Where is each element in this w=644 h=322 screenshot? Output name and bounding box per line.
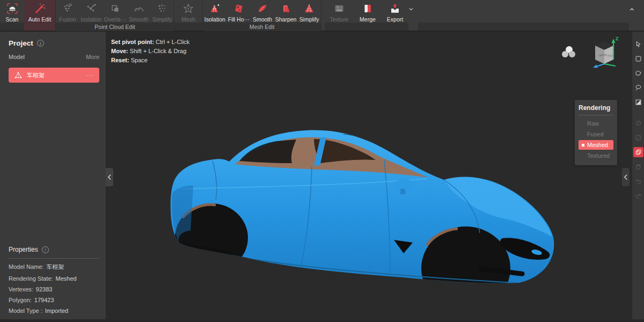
prop-label: Model Type : [9, 308, 42, 314]
rendering-option-fused[interactable]: Fused [579, 129, 613, 139]
export-button[interactable]: Export [382, 0, 408, 31]
mesh-smooth-label: Smooth [253, 16, 272, 23]
deselect-button[interactable] [633, 118, 643, 128]
property-row: Model Name:车框架 [9, 263, 99, 271]
undo-icon [634, 177, 642, 185]
properties-title: Properties [9, 246, 38, 253]
polygon-select-button[interactable] [633, 68, 643, 78]
mesh-isolation-label: Isolation [204, 16, 225, 23]
properties-panel: Properties i Model Name:车框架 Rendering St… [9, 246, 99, 314]
point-cloud-edit-group: Fusion Isolation [55, 0, 174, 31]
rendering-panel-title: Rendering [579, 104, 613, 115]
delete-icon [634, 163, 642, 171]
hint-key: Reset: [111, 57, 129, 63]
fusion-button[interactable]: Fusion [56, 0, 79, 23]
pc-isolation-label: Isolation [80, 16, 101, 23]
hint-line: Move: Shift + L-Click & Drag [111, 47, 189, 56]
hint-line: Set pivot point: Ctrl + L-Click [111, 38, 189, 47]
model-section-label: Model [9, 54, 25, 60]
point-cloud-edit-group-label: Point Cloud Edit [56, 23, 174, 31]
overlap-label: Overla··· [104, 16, 126, 23]
pc-isolation-button[interactable]: Isolation [79, 0, 104, 23]
collapse-ribbon-button[interactable] [629, 0, 644, 31]
polygon-select-icon [634, 69, 642, 77]
fusion-label: Fusion [59, 16, 76, 23]
view-cube-gizmo[interactable]: BACK LEFT Z [589, 36, 620, 69]
model-list-item[interactable]: 车框架 ··· [9, 68, 99, 83]
export-options-chevron[interactable] [408, 0, 418, 31]
mesh-star-icon [182, 2, 195, 15]
sharpen-label: Sharpen [275, 16, 297, 23]
delete-button[interactable] [633, 162, 643, 172]
collapse-left-panel-button[interactable] [106, 168, 113, 186]
point-cloud-sphere-icon[interactable] [562, 46, 576, 59]
duplicate-button[interactable] [633, 147, 643, 157]
rendering-option-raw[interactable]: Raw [579, 119, 613, 128]
mesh-button[interactable]: Mesh [174, 0, 202, 31]
auto-edit-button[interactable]: Auto Edit [24, 0, 55, 31]
rendering-option-textured[interactable]: Textured [579, 151, 613, 160]
prop-value: Meshed [56, 275, 77, 282]
cursor-select-icon [634, 40, 642, 48]
cursor-select-button[interactable] [633, 39, 643, 49]
prop-label: Polygon: [9, 297, 32, 303]
mesh-smooth-button[interactable]: Smooth [251, 0, 274, 23]
fill-holes-button[interactable]: Fill Ho··· [227, 0, 251, 23]
cube-face-left-label: LEFT [606, 54, 613, 57]
undo-button[interactable] [633, 176, 643, 186]
project-info-icon[interactable]: i [37, 40, 44, 47]
fill-holes-icon [232, 2, 245, 15]
hint-value: Space [129, 57, 148, 63]
hint-key: Set pivot point: [111, 39, 154, 45]
pen-edit-button[interactable] [633, 133, 643, 143]
rectangle-select-icon [634, 55, 642, 63]
mesh-isolation-button[interactable]: Isolation [203, 0, 227, 23]
scan-button[interactable]: Scan [0, 0, 24, 31]
merge-button[interactable]: Merge [354, 0, 382, 31]
deselect-icon [634, 119, 642, 127]
hint-value: Ctrl + L-Click [154, 39, 189, 45]
model-item-menu[interactable]: ··· [86, 71, 94, 79]
mesh-label: Mesh [181, 16, 195, 23]
chevron-left-icon [624, 174, 628, 180]
sharpen-square-icon [280, 2, 292, 15]
prop-value: 92383 [36, 286, 53, 292]
export-arrow-icon [389, 2, 401, 15]
prop-label: Model Name: [9, 264, 43, 270]
viewport-3d[interactable]: Set pivot point: Ctrl + L-Click Move: Sh… [106, 32, 632, 319]
mesh-triangle-icon [14, 71, 23, 79]
redo-icon [634, 192, 642, 200]
smooth-wedge-icon [256, 2, 269, 15]
redo-button[interactable] [633, 191, 643, 201]
pc-simplify-button[interactable]: Simplify [150, 0, 174, 23]
mesh-simplify-button[interactable]: Simplify [297, 0, 321, 23]
hint-key: Move: [111, 48, 128, 54]
simplify-dots-icon [156, 2, 169, 15]
option-label: Raw [587, 120, 599, 127]
chevron-left-icon [107, 174, 112, 180]
properties-info-icon[interactable]: i [42, 246, 49, 253]
scan-label: Scan [6, 16, 19, 23]
fusion-dots-icon [61, 2, 74, 15]
lasso-select-button[interactable] [633, 83, 643, 93]
more-button[interactable]: More [86, 54, 99, 60]
prop-label: Rendering State: [9, 275, 53, 282]
pc-smooth-button[interactable]: Smooth [127, 0, 151, 23]
invert-selection-button[interactable] [633, 97, 643, 107]
texture-button[interactable]: Texture [325, 0, 354, 31]
merge-split-icon [361, 2, 374, 15]
fill-holes-label: Fill Ho··· [228, 16, 250, 23]
sharpen-button[interactable]: Sharpen [274, 0, 298, 23]
project-sidebar: Project i Model More 车框架 ··· Properties … [0, 32, 106, 319]
ribbon-empty-space [418, 0, 629, 31]
prop-label: Vertexes: [9, 286, 33, 292]
rendering-option-meshed[interactable]: Meshed [579, 140, 613, 150]
rectangle-select-button[interactable] [633, 54, 643, 64]
hint-line: Reset: Space [111, 56, 189, 65]
pc-smooth-label: Smooth [129, 16, 149, 23]
smooth-mountain-icon [133, 2, 145, 15]
expand-right-panel-button[interactable] [622, 168, 630, 186]
simplify-triangle-icon [303, 2, 316, 15]
option-label: Meshed [587, 142, 608, 148]
overlap-button[interactable]: Overla··· [103, 0, 127, 23]
